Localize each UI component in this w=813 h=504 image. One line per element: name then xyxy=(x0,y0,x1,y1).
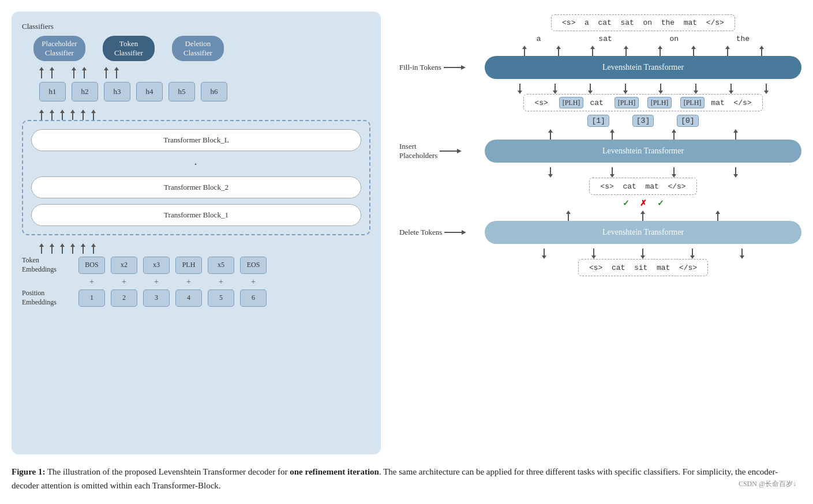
arrow-emb-4 xyxy=(70,243,75,254)
token-box-x5: x5 xyxy=(208,257,234,274)
right-wrapper: <s> a cat sat on the mat </s> a sat on t… xyxy=(485,14,801,454)
section-lev1: Fill-in Tokens Levenshtein Transformer xyxy=(485,56,801,79)
plh-token-4: [PLH] xyxy=(680,97,705,108)
arrow-h1-placeholder xyxy=(39,67,44,78)
token-box-x2: x2 xyxy=(111,257,137,274)
arr-up-lev1-2 xyxy=(556,46,561,56)
position-embeddings-label: PositionEmbeddings xyxy=(22,289,74,307)
svg-marker-3 xyxy=(457,149,462,153)
classifiers-label: Classifiers xyxy=(22,22,370,31)
transformer-block-2: Transformer Block_2 xyxy=(31,176,361,198)
insert-placeholders-label: InsertPlaceholders xyxy=(399,140,462,163)
token-box-x3: x3 xyxy=(143,257,170,274)
arr-up-lev1-4 xyxy=(624,46,628,56)
h-box-5: h5 xyxy=(168,82,195,101)
pos-box-3: 3 xyxy=(143,289,170,307)
arrow-h3-token xyxy=(72,67,76,78)
left-panel: Classifiers Placeholder Classifier Token… xyxy=(12,12,381,454)
fill-in-tokens-label: Fill-in Tokens xyxy=(399,56,466,79)
arrow-trans-h1 xyxy=(39,110,44,120)
h-box-3: h3 xyxy=(104,82,130,101)
placeholder-classifier: Placeholder Classifier xyxy=(33,36,85,61)
plus-1: + xyxy=(78,277,105,287)
plus-4: + xyxy=(175,277,202,287)
lev-transformer-2: Levenshtein Transformer xyxy=(485,140,801,163)
arr-up-lev1-5 xyxy=(658,46,662,56)
watermark: CSDN @长命百岁↓ xyxy=(739,479,796,490)
arr-dn-lev3-2 xyxy=(591,249,596,259)
arrow-h4-token xyxy=(82,67,87,78)
arrow-emb-3 xyxy=(60,243,65,254)
arr-dn-lev2-1 xyxy=(548,167,553,178)
arrow-emb-6 xyxy=(91,243,96,254)
output-the: the xyxy=(736,35,750,43)
svg-marker-5 xyxy=(462,230,466,235)
token-embeddings-row: TokenEmbeddings BOS x2 x3 PLH x5 EOS xyxy=(22,256,370,274)
plus-2: + xyxy=(111,277,137,287)
lev3-input-seq: <s> cat sit mat </s> xyxy=(578,259,708,276)
dots: · xyxy=(31,157,361,172)
arrow-trans-h5 xyxy=(81,110,85,120)
arr-up-lev1-1 xyxy=(522,46,527,56)
arr-down-lev1-8 xyxy=(764,84,769,94)
check-2: ✓ xyxy=(657,198,664,208)
arr-up-lev2-2 xyxy=(610,129,615,140)
arr-down-lev1-6 xyxy=(694,84,698,94)
section-lev2: InsertPlaceholders Levenshtein Transform… xyxy=(485,140,801,163)
arrow-trans-h6 xyxy=(91,110,96,120)
plh-token-2: [PLH] xyxy=(615,97,639,108)
pos-box-4: 4 xyxy=(175,289,202,307)
token-box-bos: BOS xyxy=(78,257,105,274)
token-classifier: Token Classifier xyxy=(103,36,155,61)
arr-dn-lev2-2 xyxy=(610,167,615,178)
check-1: ✓ xyxy=(623,198,630,208)
h-boxes-row: h1 h2 h3 h4 h5 h6 xyxy=(39,82,370,101)
arr-dn-lev3-3 xyxy=(640,249,645,259)
deletion-classifier: Deletion Classifier xyxy=(172,36,224,61)
arr-up-lev3-1 xyxy=(566,210,571,221)
token-boxes: BOS x2 x3 PLH x5 EOS xyxy=(78,257,267,274)
plus-5: + xyxy=(208,277,234,287)
arr-down-lev1-5 xyxy=(658,84,663,94)
pos-box-5: 5 xyxy=(208,289,234,307)
lev-transformer-3: Levenshtein Transformer xyxy=(485,221,801,244)
output-a: a xyxy=(537,35,541,43)
lev-transformer-1: Levenshtein Transformer xyxy=(485,56,801,79)
output-on: on xyxy=(669,35,679,43)
transformer-stack: Transformer Block_L · Transformer Block_… xyxy=(22,120,370,235)
arr-up-lev3-2 xyxy=(640,210,645,221)
section-lev3: Delete Tokens Levenshtein Transformer xyxy=(485,221,801,244)
check-x: ✗ xyxy=(640,198,647,208)
plh-token-3: [PLH] xyxy=(647,97,672,108)
arrow-emb-2 xyxy=(50,243,54,254)
transformer-block-1: Transformer Block_1 xyxy=(31,204,361,226)
token-box-eos: EOS xyxy=(240,257,267,274)
arr-up-lev1-7 xyxy=(725,46,730,56)
arrow-emb-1 xyxy=(39,243,44,254)
pos-box-6: 6 xyxy=(240,289,267,307)
right-panel: <s> a cat sat on the mat </s> a sat on t… xyxy=(398,12,801,454)
arr-dn-lev3-1 xyxy=(542,249,546,259)
h-box-4: h4 xyxy=(136,82,163,101)
arr-down-lev1-7 xyxy=(729,84,733,94)
arr-up-lev2-3 xyxy=(672,129,676,140)
svg-marker-1 xyxy=(461,65,466,70)
arr-up-lev3-3 xyxy=(715,210,720,221)
plus-row: + + + + + + xyxy=(78,277,370,287)
arrow-trans-h4 xyxy=(70,110,75,120)
arr-up-lev1-3 xyxy=(590,46,595,56)
pos-box-1: 1 xyxy=(78,289,105,307)
delete-tokens-label: Delete Tokens xyxy=(399,221,466,244)
arr-down-lev1-4 xyxy=(623,84,628,94)
num-3: [3] xyxy=(632,115,654,127)
arrow-trans-h2 xyxy=(50,110,54,120)
arr-dn-lev3-5 xyxy=(740,249,744,259)
output-sat: sat xyxy=(598,35,612,43)
arr-down-lev1-1 xyxy=(518,84,522,94)
arr-down-lev1-2 xyxy=(553,84,557,94)
arrow-h5-deletion xyxy=(104,67,108,78)
position-boxes: 1 2 3 4 5 6 xyxy=(78,289,267,307)
lev2-input-seq: <s> cat mat </s> xyxy=(589,178,696,195)
caption-text: Figure 1: The illustration of the propos… xyxy=(12,467,778,490)
pos-box-2: 2 xyxy=(111,289,137,307)
